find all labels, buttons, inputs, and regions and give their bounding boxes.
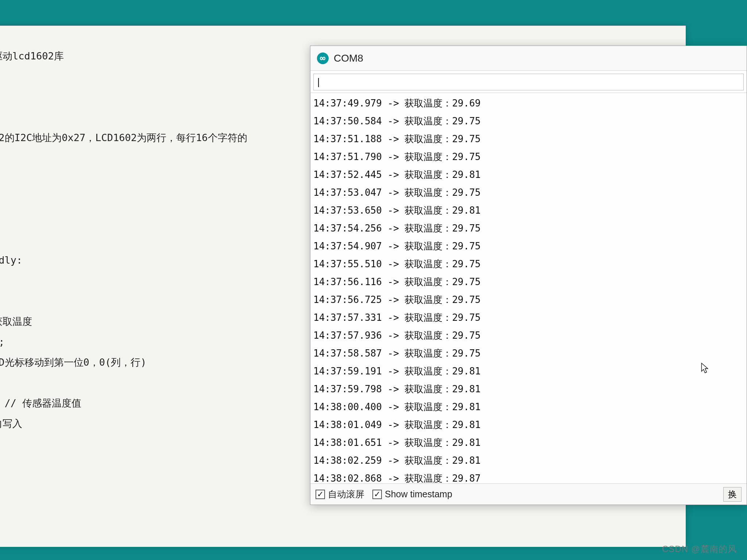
serial-input-row [310,71,747,93]
serial-log-output[interactable]: 14:37:49.979 -> 获取温度：29.69 14:37:50.584 … [310,93,747,483]
show-timestamp-checkbox[interactable]: ✓ Show timestamp [372,489,452,499]
show-timestamp-label: Show timestamp [385,489,452,499]
desktop: 驱动lcd1602库 02的I2C地址为0x27，LCD1602为两行，每行16… [0,0,747,560]
serial-monitor-window: COM8 14:37:49.979 -> 获取温度：29.69 14:37:50… [310,46,747,505]
serial-send-input[interactable] [313,74,744,90]
serial-titlebar[interactable]: COM8 [310,46,747,71]
serial-window-title: COM8 [334,52,363,64]
checkbox-icon: ✓ [372,490,382,499]
autoscroll-checkbox[interactable]: ✓ 自动滚屏 [316,488,364,500]
arduino-icon [317,52,329,64]
watermark-text: CSDN @麓南的风 [662,543,737,555]
serial-footer: ✓ 自动滚屏 ✓ Show timestamp 换 [310,483,747,505]
autoscroll-label: 自动滚屏 [328,488,364,500]
checkbox-icon: ✓ [316,490,325,499]
footer-right-button[interactable]: 换 [723,487,742,502]
